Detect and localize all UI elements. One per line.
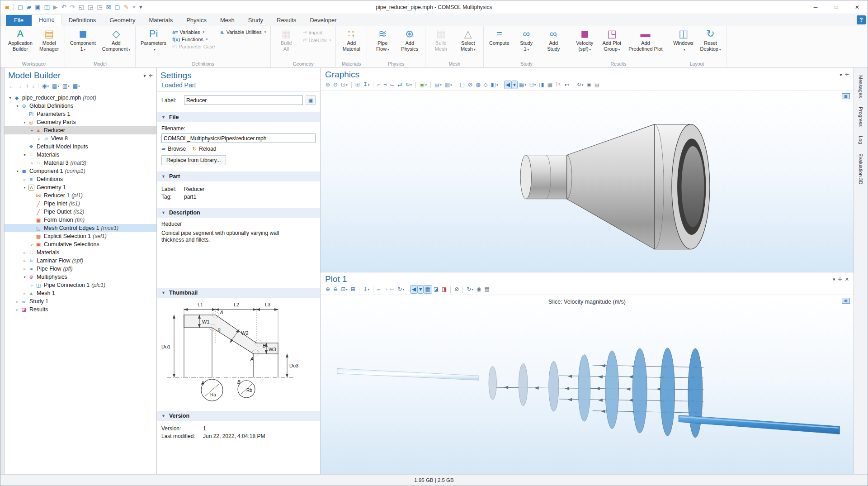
- rotate-button[interactable]: ↻▾: [404, 81, 414, 89]
- transparency-button[interactable]: ◍: [474, 81, 481, 89]
- tree-expander-icon[interactable]: ▾: [14, 169, 20, 173]
- annotation-button[interactable]: ⚐: [554, 81, 562, 89]
- browse-button[interactable]: ▰ Browse: [161, 146, 186, 152]
- maximize-button[interactable]: □: [826, 0, 847, 14]
- menu-tab-results[interactable]: Results: [270, 15, 303, 26]
- save-button[interactable]: ▣: [33, 3, 42, 11]
- tree-expander-icon[interactable]: ▾: [29, 129, 35, 133]
- lock-axes-button[interactable]: ⊘: [453, 286, 460, 293]
- zoom-out-button[interactable]: ⊖: [332, 286, 339, 293]
- chevron-down-icon[interactable]: ▾: [833, 276, 835, 282]
- tree-item-geometry-parts[interactable]: ▾◎Geometry Parts: [5, 118, 156, 126]
- tree-expander-icon[interactable]: ▾: [22, 275, 28, 279]
- orientation-left-button[interactable]: ◀: [505, 81, 511, 89]
- zoom-in-button[interactable]: ⊕: [324, 286, 331, 293]
- menu-tab-developer[interactable]: Developer: [303, 15, 343, 26]
- tree-item-multiphysics[interactable]: ▾⊛Multiphysics: [5, 273, 156, 281]
- section-description[interactable]: ▼ Description: [157, 208, 320, 218]
- snapshot-button[interactable]: ◉: [585, 81, 592, 89]
- tree-expander-icon[interactable]: ▾: [22, 153, 28, 157]
- tree-item-results[interactable]: ▹◪Results: [5, 305, 156, 314]
- tree-item-view-8[interactable]: ▹⊿View 8: [5, 134, 156, 143]
- menu-tab-home[interactable]: Home: [32, 14, 62, 26]
- tree-item-material-3[interactable]: ▹∷Material 3(mat3): [5, 159, 156, 167]
- tree-expander-icon[interactable]: ▹: [22, 291, 28, 295]
- tree-expander-icon[interactable]: ▹: [29, 161, 35, 165]
- compute-button[interactable]: =Compute: [486, 27, 512, 52]
- tree-item-materials[interactable]: ▹∷Materials: [5, 248, 156, 257]
- print-button[interactable]: ▤: [483, 286, 491, 293]
- study-1-button[interactable]: ∞Study1▾: [514, 27, 539, 53]
- go-to-view-button[interactable]: ↧▾: [362, 286, 371, 293]
- view-xy-button[interactable]: ⌐: [376, 286, 382, 293]
- mirror-button[interactable]: ⇄: [396, 81, 403, 89]
- tree-expander-icon[interactable]: ▾: [22, 120, 28, 124]
- zoom-extents-button[interactable]: ⊞: [349, 286, 357, 293]
- functions-button[interactable]: f(x)Functions▾: [170, 36, 217, 43]
- tree-item-cumulative-selections[interactable]: ▹▣Cumulative Selections: [5, 240, 156, 248]
- zoom-box-button[interactable]: ⊡▾: [340, 81, 349, 89]
- tree-item-form-union[interactable]: ▣Form Union(fin): [5, 216, 156, 224]
- tree-expander-icon[interactable]: ▹: [36, 137, 42, 141]
- section-part[interactable]: ▼ Part: [157, 172, 320, 181]
- move-up-button[interactable]: ↑: [24, 82, 30, 90]
- data-table-button[interactable]: ▦: [546, 81, 554, 89]
- tree-item-default-model-inputs[interactable]: ❖Default Model Inputs: [5, 143, 156, 151]
- pin-icon[interactable]: ✛: [838, 276, 842, 282]
- filename-input[interactable]: [161, 133, 316, 143]
- minimize-button[interactable]: ─: [805, 0, 826, 14]
- menu-tab-file[interactable]: File: [6, 15, 32, 26]
- tree-columns-button[interactable]: ▦▾: [71, 82, 81, 90]
- tree-item-pipe-connection-1[interactable]: ▹◫Pipe Connection 1(plc1): [5, 281, 156, 289]
- menu-tab-materials[interactable]: Materials: [142, 15, 179, 26]
- tree-item-pipe-inlet[interactable]: ╱Pipe Inlet(ls1): [5, 200, 156, 208]
- print-button[interactable]: ▤: [593, 81, 601, 89]
- new-file-button[interactable]: ▢: [16, 3, 24, 11]
- snapshot-button[interactable]: ◉: [475, 286, 482, 293]
- update-button[interactable]: ↻▾: [465, 286, 475, 293]
- model-manager-button[interactable]: ▤ModelManager: [37, 27, 62, 52]
- side-tab-log[interactable]: Log: [858, 132, 863, 148]
- zoom-out-button[interactable]: ⊖: [332, 81, 339, 89]
- application-builder-button[interactable]: AApplicationBuilder: [6, 27, 35, 52]
- close-button[interactable]: ✕: [847, 0, 868, 14]
- tree-expander-icon[interactable]: ▹: [14, 308, 20, 312]
- data-table-button[interactable]: ▦: [424, 286, 431, 293]
- menu-tab-geometry[interactable]: Geometry: [103, 15, 142, 26]
- tree-item-pipe-reducer-pipe-mph[interactable]: ▾◆pipe_reducer_pipe.mph(root): [5, 94, 156, 102]
- tree-item-component-1[interactable]: ▾◼Component 1(comp1): [5, 167, 156, 175]
- tree-expander-icon[interactable]: ▹: [22, 267, 28, 271]
- tree-item-reducer-1[interactable]: ⋈Reducer 1(pi1): [5, 191, 156, 200]
- select-mesh-button[interactable]: △SelectMesh▾: [455, 27, 481, 53]
- graphics-canvas[interactable]: ▦: [321, 91, 854, 272]
- add-predefined-plot-button[interactable]: ▬↓AddPredefined Plot: [626, 27, 665, 52]
- save-as-button[interactable]: ◫: [42, 3, 51, 11]
- go-to-view-button[interactable]: ↧▾: [362, 81, 371, 89]
- tree-item-geometry-1[interactable]: ▾AGeometry 1: [5, 183, 156, 191]
- zoom-in-button[interactable]: ⊕: [324, 81, 331, 89]
- move-down-button[interactable]: ↓: [30, 82, 36, 90]
- reload-button[interactable]: ↻ Reload: [192, 146, 216, 152]
- label-input[interactable]: [184, 95, 303, 105]
- menu-tab-study[interactable]: Study: [241, 15, 270, 26]
- add-material-button[interactable]: ∷↓AddMaterial: [339, 27, 364, 52]
- expand-tree-button[interactable]: ▤▾: [51, 82, 61, 90]
- side-tab-progress[interactable]: Progress: [858, 103, 863, 130]
- zoom-box-button[interactable]: ⊡▾: [340, 286, 349, 293]
- redo-button[interactable]: ↷: [69, 3, 76, 11]
- tree-expander-icon[interactable]: ▹: [14, 300, 20, 304]
- wireframe-button[interactable]: ◇: [482, 81, 489, 89]
- tree-expander-icon[interactable]: ▾: [14, 104, 20, 108]
- duplicate-button[interactable]: ◳: [95, 3, 104, 11]
- tree-expander-icon[interactable]: ▹: [29, 283, 35, 287]
- tree-expander-icon[interactable]: ▹: [22, 259, 28, 263]
- chevron-down-icon[interactable]: ▾: [143, 73, 146, 79]
- reset-desktop-button[interactable]: ↻ResetDesktop▾: [698, 27, 723, 53]
- qat-more-button[interactable]: ▾: [138, 3, 144, 11]
- tree-item-materials[interactable]: ▾∷Materials: [5, 151, 156, 159]
- view-xz-button[interactable]: ⌙: [388, 286, 396, 293]
- tree-item-mesh-control-edges-1[interactable]: ◺Mesh Control Edges 1(mce1): [5, 224, 156, 232]
- undo-button[interactable]: ↶: [60, 3, 68, 11]
- menu-tab-definitions[interactable]: Definitions: [62, 15, 103, 26]
- scene-color-button[interactable]: ▣▾: [418, 81, 428, 89]
